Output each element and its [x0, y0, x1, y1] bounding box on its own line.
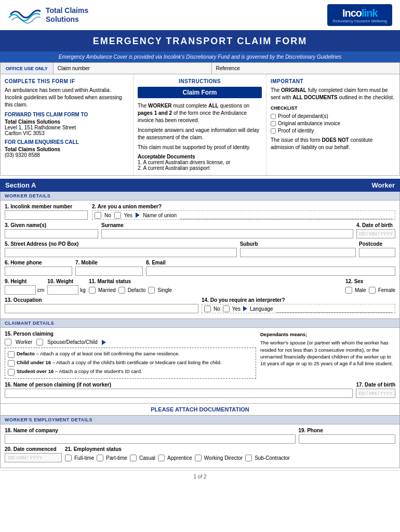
apprentice-check[interactable] [158, 455, 165, 461]
claim-number-input[interactable] [93, 65, 207, 71]
complete-heading: COMPLETE THIS FORM IF [5, 78, 129, 84]
married-check[interactable] [89, 287, 96, 294]
union-no-check[interactable] [95, 212, 101, 219]
language-input[interactable] [276, 304, 393, 313]
dob-boxes: DD / MM / YYYY [356, 229, 395, 238]
company-phone-input[interactable] [299, 434, 396, 444]
complete-col: COMPLETE THIS FORM IF An ambulance has b… [1, 74, 134, 175]
instructions-heading: INSTRUCTIONS [138, 78, 262, 84]
given-name-input[interactable] [5, 229, 98, 238]
interp-no-check[interactable] [204, 305, 211, 312]
suburb-input[interactable] [240, 248, 356, 257]
person-name-input[interactable] [5, 389, 353, 398]
surname-input[interactable] [101, 229, 353, 238]
info-section: COMPLETE THIS FORM IF An ambulance has b… [0, 74, 400, 176]
single-check[interactable] [148, 287, 155, 294]
q19-field: 19. Phone [299, 428, 396, 444]
header: Total Claims Solutions Incolink Redundan… [0, 0, 400, 31]
incolink-word: Inco [342, 7, 362, 19]
weight-input[interactable] [47, 285, 78, 295]
check2-row: Original ambulance invoice [271, 121, 395, 126]
q2-options: No Yes Name of union [92, 210, 395, 220]
subtitle-bar: Emergency Ambulance Cover is provided vi… [0, 51, 400, 62]
worker-details-header: WORKER DETAILS [0, 192, 400, 201]
mobile-input[interactable] [75, 267, 143, 276]
instructions-para3: This claim must be supported by proof of… [138, 144, 262, 151]
check1-row: Proof of dependant(s) [271, 113, 395, 119]
reference-cell: Reference [212, 63, 399, 74]
postcode-input[interactable] [359, 248, 395, 257]
q18-field: 18. Name of company [5, 428, 296, 444]
child-option-check[interactable] [8, 360, 15, 367]
employment-form: 18. Name of company 19. Phone 20. Date c… [0, 424, 400, 468]
home-phone-input[interactable] [5, 267, 72, 276]
q2-field: 2. Are you a union member? No Yes Name o… [92, 204, 395, 220]
employment-status-options: Full-time Part-time Casual Apprentice Wo… [65, 453, 395, 462]
q16-field: 16. Name of person claiming (if not work… [5, 382, 353, 398]
row-q18-q19: 18. Name of company 19. Phone [5, 428, 395, 444]
complete-text: An ambulance has been used within Austra… [5, 87, 129, 109]
employment-header: WORKER'S EMPLOYMENT DETAILS [0, 415, 400, 424]
tcs-text: Total Claims Solutions [46, 6, 88, 24]
check1-box[interactable] [271, 114, 276, 119]
instructions-para2: Incomplete answers and vague information… [138, 127, 262, 141]
casual-check[interactable] [130, 455, 137, 461]
check3-box[interactable] [271, 128, 276, 134]
defacto-option-check[interactable] [8, 351, 15, 358]
instructions-col: INSTRUCTIONS Claim Form The WORKER must … [134, 74, 266, 175]
q5-postcode-field: Postcode [359, 241, 395, 257]
enquiries-heading: FOR CLAIM ENQUIRIES CALL [5, 139, 129, 145]
incolink-sub: Redundancy Insurance Wellbeing [332, 19, 387, 23]
q20-dob: DD / MM / YYYY [5, 453, 62, 462]
title-bar: EMERGENCY TRANSPORT CLAIM FORM [0, 31, 400, 51]
q17-dob: DD / MM / YYYY [356, 389, 395, 398]
address-input[interactable] [5, 248, 237, 257]
q4-dob-field: 4. Date of birth DD / MM / YYYY [356, 222, 395, 238]
company-name-input[interactable] [5, 434, 296, 444]
q5-address-field: 5. Street Address (no PO Box) [5, 241, 237, 257]
working-director-check[interactable] [195, 455, 202, 461]
check2-box[interactable] [271, 121, 276, 126]
q8-field: 8. Email [146, 260, 395, 276]
fulltime-check[interactable] [65, 455, 72, 461]
subcontractor-check[interactable] [245, 455, 252, 461]
q13-field: 13. Occupation [5, 297, 198, 313]
office-bar: OFFICE USE ONLY Claim number Reference [0, 62, 400, 74]
spouse-claim-check[interactable] [36, 339, 43, 345]
page-number: 1 of 2 [0, 470, 400, 483]
reference-input[interactable] [243, 65, 395, 71]
claimant-details-header: CLAIMANT DETAILS [0, 319, 400, 328]
q7-field: 7. Mobile [75, 260, 143, 276]
row-q9-q12: 9. Height cm 10. Weight kg 11. Marital s… [5, 278, 395, 295]
parttime-check[interactable] [97, 455, 103, 461]
row-q1-q2: 1. Incolink member number 2. Are you a u… [5, 204, 395, 220]
student-option-check[interactable] [8, 369, 15, 376]
member-number-input[interactable] [5, 210, 88, 220]
occupation-input[interactable] [5, 304, 198, 313]
acceptable-heading: Acceptable Documents [138, 154, 262, 159]
q12-field: 12. Sex Male Female [345, 278, 395, 295]
union-name-input[interactable] [180, 211, 393, 219]
important-heading: IMPORTANT [271, 78, 395, 84]
row-q5: 5. Street Address (no PO Box) Suburb Pos… [5, 241, 395, 257]
q20-field: 20. Date commenced DD / MM / YYYY [5, 446, 62, 462]
important-text: The ORIGINAL fully completed claim form … [271, 87, 395, 101]
defacto-check[interactable] [118, 287, 125, 294]
claim-number-cell: Claim number [54, 63, 212, 74]
claimant-form: 15. Person claiming Worker Spouse/Defact… [0, 328, 400, 404]
male-check[interactable] [345, 287, 352, 294]
worker-claim-check[interactable] [5, 339, 11, 345]
forward-address1: Level 1, 151 Rathdowne Street [5, 125, 129, 130]
incolink-logo: Incolink Redundancy Insurance Wellbeing [327, 4, 392, 26]
email-input[interactable] [146, 267, 395, 276]
q6-field: 6. Home phone [5, 260, 72, 276]
doc2: 2. A current Australian passport [138, 165, 262, 171]
female-check[interactable] [369, 287, 376, 294]
union-yes-check[interactable] [114, 212, 121, 219]
please-attach-bar: PLEASE ATTACH DOCUMENTATION [0, 404, 400, 415]
disclaimer-text: The issue of this form DOES NOT constitu… [271, 137, 395, 151]
height-input[interactable] [5, 285, 36, 295]
enquiries-company: Total Claims Solutions [5, 147, 129, 152]
interp-yes-check[interactable] [223, 305, 230, 312]
row-q20-q21: 20. Date commenced DD / MM / YYYY 21. Em… [5, 446, 395, 462]
